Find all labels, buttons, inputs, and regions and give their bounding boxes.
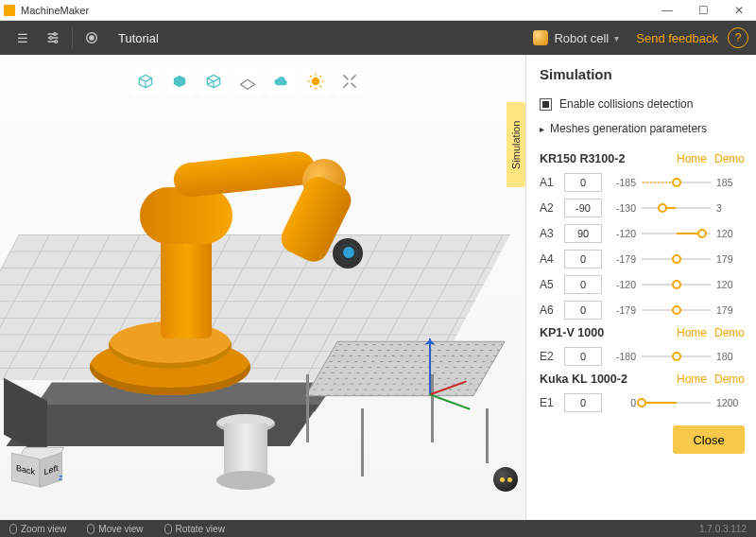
axis-value-input[interactable]	[564, 301, 602, 320]
robot-icon	[533, 30, 548, 45]
axis-value-input[interactable]	[564, 347, 602, 366]
axis-label: A5	[540, 278, 558, 291]
version-label: 1.7.0.3.112	[699, 524, 747, 534]
transparent-cube-button[interactable]	[200, 68, 227, 95]
target-record-button[interactable]	[77, 25, 107, 51]
axis-label: A2	[540, 201, 558, 215]
view-cube-front[interactable]: Back	[11, 453, 40, 487]
app-title: MachineMaker	[21, 5, 89, 16]
axis-min: 0	[608, 397, 636, 408]
axis-row: E101200	[540, 393, 745, 412]
demo-link[interactable]: Demo	[714, 326, 745, 339]
meshes-params-toggle[interactable]: ▸ Meshes generation parameters	[540, 122, 745, 135]
menu-button[interactable]: ☰	[8, 25, 38, 51]
home-link[interactable]: Home	[677, 372, 707, 386]
status-bar: Zoom view Move view Rotate view 1.7.0.3.…	[0, 520, 756, 537]
axis-row: E2-180180	[540, 347, 745, 366]
axis-value-input[interactable]	[564, 224, 602, 243]
axis-slider[interactable]	[642, 350, 711, 363]
axis-max: 1200	[716, 397, 745, 408]
svg-point-1	[50, 37, 53, 40]
work-table	[302, 327, 491, 450]
window-maximize-button[interactable]: ☐	[690, 4, 716, 17]
axis-slider[interactable]	[642, 201, 711, 215]
view-cube[interactable]: Back Left	[11, 444, 64, 492]
settings-sliders-button[interactable]	[38, 25, 68, 51]
close-button[interactable]: Close	[673, 425, 745, 454]
axis-max: 179	[716, 304, 745, 316]
axis-min: -120	[608, 228, 636, 239]
axis-row: A6-179179	[540, 301, 745, 320]
axis-group-name: Kuka KL 1000-2	[540, 372, 669, 386]
sun-light-button[interactable]	[302, 68, 329, 95]
axis-min: -179	[608, 304, 636, 316]
axis-min: -130	[608, 202, 636, 214]
robot-cell-label: Robot cell	[554, 31, 609, 45]
camera-orbit-widget[interactable]	[493, 467, 518, 492]
send-feedback-link[interactable]: Send feedback	[636, 31, 718, 45]
axis-min: -120	[608, 279, 636, 290]
axis-max: 3	[716, 202, 745, 214]
window-close-button[interactable]: ✕	[726, 4, 752, 17]
view-cube-side[interactable]: Left	[40, 452, 62, 488]
demo-link[interactable]: Demo	[714, 152, 745, 165]
expand-arrows-button[interactable]	[336, 68, 363, 95]
mouse-icon	[164, 524, 172, 534]
axis-group-name: KR150 R3100-2	[540, 152, 669, 165]
robot-arm	[123, 130, 359, 348]
simulation-tab[interactable]: Simulation	[507, 102, 525, 187]
svg-point-0	[54, 33, 57, 36]
axis-max: 120	[716, 228, 745, 239]
home-link[interactable]: Home	[677, 326, 707, 339]
axis-slider[interactable]	[642, 396, 711, 409]
axis-row: A4-179179	[540, 250, 745, 268]
axis-max: 179	[716, 253, 745, 265]
app-logo-icon	[4, 5, 15, 16]
axis-slider[interactable]	[642, 303, 711, 317]
window-titlebar: MachineMaker — ☐ ✕	[0, 0, 756, 21]
axis-value-input[interactable]	[564, 250, 602, 268]
wireframe-cube-button[interactable]	[132, 68, 159, 95]
robot-cell-dropdown[interactable]: Robot cell ▾	[525, 26, 627, 49]
demo-link[interactable]: Demo	[714, 372, 745, 386]
axis-row: A3-120120	[540, 224, 745, 243]
mouse-icon	[9, 524, 17, 534]
cloud-button[interactable]	[268, 68, 295, 95]
zoom-view-hint: Zoom view	[9, 524, 66, 534]
document-title: Tutorial	[118, 31, 159, 45]
enable-collisions-checkbox[interactable]: Enable collisions detection	[540, 97, 745, 111]
svg-point-5	[312, 78, 319, 85]
axis-label: E1	[540, 396, 558, 409]
help-button[interactable]: ?	[728, 27, 748, 48]
enable-collisions-label: Enable collisions detection	[559, 97, 693, 111]
axis-slider[interactable]	[642, 176, 711, 189]
axis-label: A6	[540, 303, 558, 317]
caret-right-icon: ▸	[540, 124, 544, 134]
axis-value-input[interactable]	[564, 173, 602, 192]
axis-group-name: KP1-V 1000	[540, 326, 669, 339]
axis-label: A1	[540, 176, 558, 189]
plane-button[interactable]	[234, 68, 261, 95]
axis-max: 120	[716, 279, 745, 290]
viewport-toolbar	[132, 68, 363, 95]
mouse-icon	[87, 524, 94, 534]
axis-slider[interactable]	[642, 227, 711, 240]
axis-slider[interactable]	[642, 278, 711, 291]
axis-value-input[interactable]	[564, 275, 602, 294]
main-toolbar: ☰ Tutorial Robot cell ▾ Send feedback ?	[0, 21, 756, 55]
axis-value-input[interactable]	[564, 199, 602, 217]
solid-cube-button[interactable]	[166, 68, 193, 95]
axis-row: A1-185185	[540, 173, 745, 192]
simulation-panel: Simulation Enable collisions detection ▸…	[525, 55, 756, 520]
axis-row: A5-120120	[540, 275, 745, 294]
svg-point-4	[90, 36, 94, 40]
3d-viewport[interactable]: Simulation Back Left z	[0, 55, 525, 520]
axis-label: A4	[540, 252, 558, 266]
axis-min: -180	[608, 351, 636, 362]
axis-value-input[interactable]	[564, 393, 602, 412]
axis-slider[interactable]	[642, 252, 711, 266]
window-minimize-button[interactable]: —	[654, 4, 680, 17]
home-link[interactable]: Home	[677, 152, 707, 165]
panel-title: Simulation	[540, 66, 745, 82]
svg-point-2	[55, 41, 58, 43]
